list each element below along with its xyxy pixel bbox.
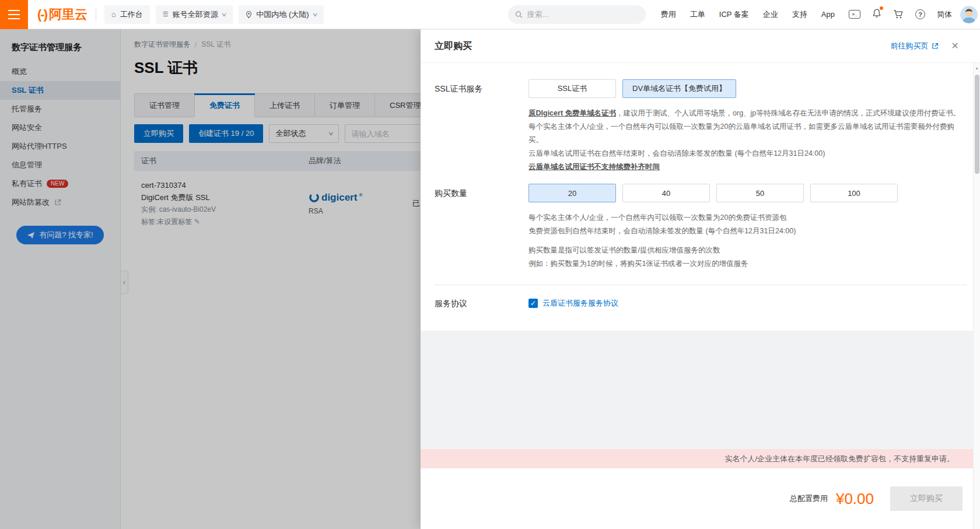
notifications-button[interactable] (872, 8, 881, 20)
nav-link-app[interactable]: App (821, 10, 835, 19)
nav-link-enterprise[interactable]: 企业 (763, 9, 778, 20)
service-desc-line4: 云盾单域名试用证书不支持续费补齐时间 (528, 160, 966, 174)
logo-text: 阿里云 (49, 6, 88, 23)
modal-body-filler (421, 331, 980, 449)
scrollbar[interactable]: ▲ (973, 63, 980, 529)
goto-link-label: 前往购买页 (891, 41, 929, 51)
quantity-option-50[interactable]: 50 (716, 184, 804, 202)
service-label: SSL证书服务 (435, 79, 528, 174)
menu-icon[interactable] (0, 0, 28, 29)
total-cost-label: 总配置费用 (790, 493, 828, 504)
service-description: 原DIgicert 免费单域名证书，建议用于测试、个人试用等场景，org、jp等… (528, 107, 966, 174)
home-icon: ⌂ (111, 10, 116, 18)
navbar-icons: >_ ? 简体 (849, 8, 952, 20)
resources-icon: ☰ (163, 11, 169, 17)
workbench-button[interactable]: ⌂ 工作台 (104, 5, 150, 24)
scrollbar-up-icon[interactable]: ▲ (974, 63, 980, 70)
total-price: ¥0.00 (836, 490, 874, 508)
global-search[interactable] (508, 5, 646, 24)
modal-title: 立即购买 (435, 40, 472, 52)
option-label: 20 (568, 189, 576, 198)
alibaba-cloud-logo[interactable]: (-) 阿里云 (37, 6, 88, 23)
service-desc-bold: 原DIgicert 免费单域名证书 (528, 109, 616, 117)
quantity-option-40[interactable]: 40 (622, 184, 710, 202)
top-navbar: (-) 阿里云 ⌂ 工作台 ☰ 账号全部资源 ∨ 中国内地 (大陆) ∨ 费用 … (0, 0, 980, 29)
search-input[interactable] (527, 10, 638, 19)
avatar[interactable] (960, 6, 978, 23)
cart-icon[interactable] (893, 9, 904, 19)
option-dv-free-trial[interactable]: DV单域名证书【免费试用】 (622, 79, 736, 98)
resources-label: 账号全部资源 (173, 9, 218, 20)
search-icon (515, 10, 523, 19)
external-link-icon (932, 43, 939, 50)
modal-footer: 总配置费用 ¥0.00 立即购买 (421, 468, 980, 529)
notification-dot (880, 6, 883, 10)
option-label: 40 (662, 189, 670, 198)
quantity-description: 每个实名主体个人/企业，一个自然年内可以领取一次数量为20的免费证书资源包 免费… (528, 211, 966, 271)
warning-text: 实名个人/企业主体在本年度已经领取免费扩容包，不支持重复申请。 (724, 454, 954, 464)
option-label: DV单域名证书【免费试用】 (632, 83, 726, 94)
chevron-down-icon: ∨ (221, 12, 228, 17)
quantity-row: 购买数量 20 40 50 100 每个实名主体个人/企业，一个自然年内可以领取… (435, 184, 966, 271)
agreement-row: 服务协议 ✓ 云盾证书服务服务协议 (435, 298, 966, 309)
option-label: 50 (756, 189, 764, 198)
agreement-checkbox[interactable]: ✓ (528, 299, 538, 308)
quantity-desc-line2: 免费资源包到自然年结束时，会自动清除未签发的数量 (每个自然年12月31日24:… (528, 225, 966, 238)
warning-bar: 实名个人/企业主体在本年度已经领取免费扩容包，不支持重复申请。 (421, 449, 980, 468)
chevron-down-icon: ∨ (312, 12, 318, 17)
agreement-link[interactable]: 云盾证书服务服务协议 (542, 298, 618, 309)
quantity-desc-line4: 例如：购买数量为1的时候，将购买1张证书或者一次对应的增值服务 (528, 257, 966, 271)
service-desc-rest: ，建议用于测试、个人试用等场景，org、jp等特殊域名存在无法申请的情况，正式环… (616, 109, 960, 117)
option-ssl-certificate[interactable]: SSL证书 (528, 79, 616, 98)
quantity-label: 购买数量 (435, 184, 528, 271)
cloudshell-icon[interactable]: >_ (849, 10, 860, 19)
quantity-option-20[interactable]: 20 (528, 184, 616, 202)
purchase-modal: 立即购买 前往购买页 ✕ SSL证书服务 SSL证书 DV单域名证书【免费试用】 (421, 29, 980, 529)
nav-link-icp[interactable]: ICP 备案 (719, 9, 749, 20)
quantity-option-100[interactable]: 100 (810, 184, 898, 202)
check-icon: ✓ (530, 300, 536, 307)
modal-form: SSL证书服务 SSL证书 DV单域名证书【免费试用】 原DIgicert 免费… (421, 63, 980, 331)
quantity-desc-line3: 购买数量是指可以签发证书的数量/提供相应增值服务的次数 (528, 244, 966, 257)
help-glyph: ? (918, 11, 922, 18)
agreement-label: 服务协议 (435, 298, 528, 309)
language-selector[interactable]: 简体 (937, 9, 952, 20)
service-row: SSL证书服务 SSL证书 DV单域名证书【免费试用】 原DIgicert 免费… (435, 79, 966, 174)
nav-link-tickets[interactable]: 工单 (690, 9, 705, 20)
nav-link-support[interactable]: 支持 (792, 9, 807, 20)
quantity-desc-line1: 每个实名主体个人/企业，一个自然年内可以领取一次数量为20的免费证书资源包 (528, 211, 966, 225)
service-desc-line3: 云盾单域名试用证书在自然年结束时，会自动清除未签发的数量 (每个自然年12月31… (528, 147, 966, 160)
nav-link-billing[interactable]: 费用 (661, 9, 676, 20)
navbar-links: 费用 工单 ICP 备案 企业 支持 App (661, 9, 835, 20)
location-pin-icon (246, 10, 252, 19)
goto-purchase-page-link[interactable]: 前往购买页 (891, 41, 939, 51)
account-resources-dropdown[interactable]: ☰ 账号全部资源 ∨ (156, 5, 233, 24)
divider (96, 8, 96, 21)
option-label: SSL证书 (558, 83, 587, 94)
terminal-glyph: >_ (852, 12, 857, 17)
workbench-label: 工作台 (120, 9, 143, 20)
service-desc-line2: 每个实名主体个人/企业，一个自然年内可以领取一次数量为20的云盾单域名试用证书，… (528, 120, 966, 147)
logo-mark-icon: (-) (37, 7, 47, 22)
option-label: 100 (848, 189, 860, 198)
divider (435, 285, 966, 285)
region-label: 中国内地 (大陆) (256, 9, 309, 20)
region-dropdown[interactable]: 中国内地 (大陆) ∨ (239, 5, 324, 24)
modal-header: 立即购买 前往购买页 ✕ (421, 30, 980, 63)
help-icon[interactable]: ? (915, 9, 925, 19)
scrollbar-thumb[interactable] (975, 75, 979, 174)
close-icon[interactable]: ✕ (951, 41, 959, 51)
modal-buy-button[interactable]: 立即购买 (890, 486, 963, 511)
page: (-) 阿里云 ⌂ 工作台 ☰ 账号全部资源 ∨ 中国内地 (大陆) ∨ 费用 … (0, 0, 980, 529)
